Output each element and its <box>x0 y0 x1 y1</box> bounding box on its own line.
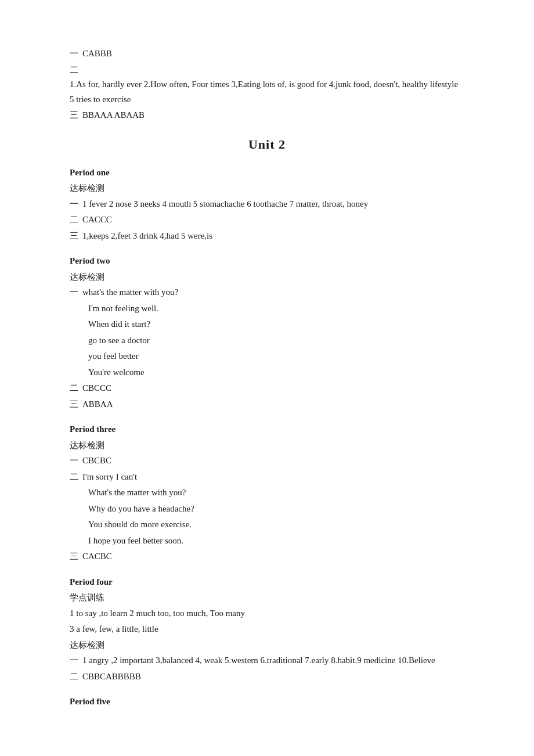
period-two-yi-marker: 一 <box>70 285 79 300</box>
top-section: 一 CABBB 二 1.As for, hardly ever 2.How of… <box>70 46 464 123</box>
period-three-chinese-label: 达标检测 <box>70 438 464 453</box>
top-san-marker: 三 <box>70 108 79 123</box>
top-yi-line: 一 CABBB <box>70 46 464 62</box>
top-san-content: BBAAA ABAAB <box>82 108 145 123</box>
period-three-yi-content: CBCBC <box>82 453 111 469</box>
period-two-title: Period two <box>70 254 464 269</box>
list-item: Why do you have a headache? <box>88 502 464 517</box>
period-four-chinese-label1: 学点训练 <box>70 591 464 606</box>
top-yi-marker: 一 <box>70 46 79 62</box>
period-two-er-marker: 二 <box>70 381 79 396</box>
period-two-san: 三 ABBAA <box>70 397 464 412</box>
period-two-yi-lines: I'm not feeling well.When did it start?g… <box>70 301 464 380</box>
period-three-er-content: I'm sorry I can't <box>82 470 137 485</box>
period-two-san-marker: 三 <box>70 397 79 412</box>
period-four-er-content: CBBCABBBBB <box>82 669 141 685</box>
period-four-yi-marker: 一 <box>70 653 79 668</box>
period-four-train1: 1 to say ,to learn 2 much too, too much,… <box>70 606 464 621</box>
top-yi-content: CABBB <box>82 46 112 62</box>
period-one-er-content: CACCC <box>82 213 112 228</box>
period-two-chinese-label: 达标检测 <box>70 270 464 285</box>
list-item: go to see a doctor <box>88 333 464 348</box>
period-four-section: Period four 学点训练 1 to say ,to learn 2 mu… <box>70 575 464 685</box>
period-two-section: Period two 达标检测 一 what's the matter with… <box>70 254 464 412</box>
list-item: you feel better <box>88 349 464 364</box>
list-item: When did it start? <box>88 317 464 332</box>
period-three-title: Period three <box>70 422 464 437</box>
period-one-er: 二 CACCC <box>70 213 464 228</box>
list-item: What's the matter with you? <box>88 485 464 501</box>
period-one-yi-content: 1 fever 2 nose 3 neeks 4 mouth 5 stomach… <box>82 197 368 212</box>
period-one-san-content: 1,keeps 2,feet 3 drink 4,had 5 were,is <box>82 229 212 244</box>
list-item: I'm not feeling well. <box>88 301 464 316</box>
list-item: I hope you feel better soon. <box>88 534 464 549</box>
top-er-marker: 二 <box>70 63 79 78</box>
period-four-title: Period four <box>70 575 464 590</box>
period-three-san-content: CACBC <box>82 549 112 564</box>
period-one-san: 三 1,keeps 2,feet 3 drink 4,had 5 were,is <box>70 229 464 244</box>
period-five-section: Period five <box>70 694 464 710</box>
unit-title: Unit 2 <box>70 134 464 155</box>
period-one-yi: 一 1 fever 2 nose 3 neeks 4 mouth 5 stoma… <box>70 197 464 212</box>
period-four-train2-content: 3 a few, few, a little, little <box>70 622 158 637</box>
period-two-er: 二 CBCCC <box>70 381 464 396</box>
period-three-er-start: 二 I'm sorry I can't <box>70 470 464 485</box>
period-three-er-marker: 二 <box>70 470 79 485</box>
period-four-er: 二 CBBCABBBBB <box>70 669 464 685</box>
period-two-er-content: CBCCC <box>82 381 111 396</box>
period-four-train2: 3 a few, few, a little, little <box>70 622 464 637</box>
period-four-train1-content: 1 to say ,to learn 2 much too, too much,… <box>70 606 245 621</box>
period-four-chinese-label2: 达标检测 <box>70 638 464 653</box>
top-er-content: 1.As for, hardly ever 2.How often, Four … <box>70 77 464 107</box>
period-four-er-marker: 二 <box>70 669 79 685</box>
period-four-yi-content: 1 angry ,2 important 3,balanced 4, weak … <box>82 653 435 668</box>
period-three-yi: 一 CBCBC <box>70 453 464 469</box>
period-one-chinese-label: 达标检测 <box>70 181 464 196</box>
period-one-san-marker: 三 <box>70 229 79 244</box>
top-san-line: 三 BBAAA ABAAB <box>70 108 464 123</box>
period-three-section: Period three 达标检测 一 CBCBC 二 I'm sorry I … <box>70 422 464 564</box>
period-three-er-lines: What's the matter with you?Why do you ha… <box>70 485 464 548</box>
period-one-yi-marker: 一 <box>70 197 79 212</box>
list-item: You're welcome <box>88 365 464 380</box>
period-two-san-content: ABBAA <box>82 397 113 412</box>
list-item: You should do more exercise. <box>88 517 464 532</box>
period-three-yi-marker: 一 <box>70 453 79 469</box>
period-one-er-marker: 二 <box>70 213 79 228</box>
period-three-san-marker: 三 <box>70 549 79 564</box>
period-three-san: 三 CACBC <box>70 549 464 564</box>
period-two-yi-start: 一 what's the matter with you? <box>70 285 464 300</box>
period-two-yi-first-line: what's the matter with you? <box>82 285 178 300</box>
period-four-yi: 一 1 angry ,2 important 3,balanced 4, wea… <box>70 653 464 668</box>
period-five-title: Period five <box>70 694 464 710</box>
period-one-title: Period one <box>70 165 464 181</box>
top-er-line: 二 1.As for, hardly ever 2.How often, Fou… <box>70 63 464 107</box>
period-one-section: Period one 达标检测 一 1 fever 2 nose 3 neeks… <box>70 165 464 244</box>
